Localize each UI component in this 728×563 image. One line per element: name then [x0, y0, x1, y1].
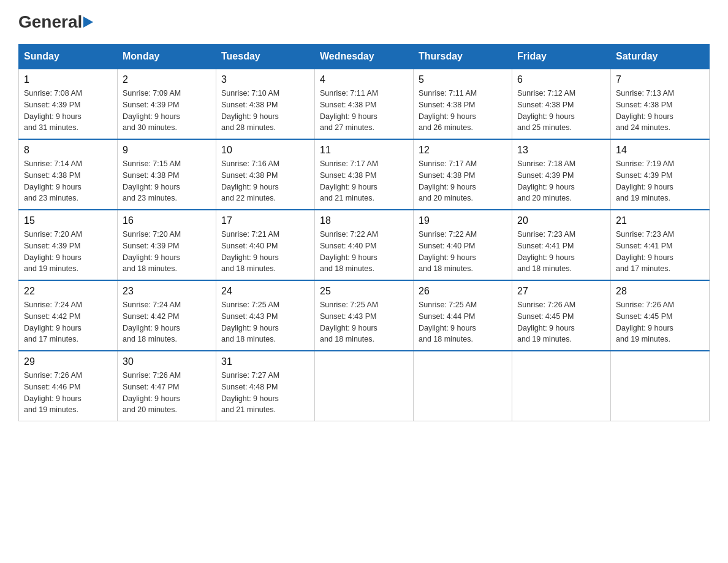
day-info: Sunrise: 7:13 AMSunset: 4:38 PMDaylight:… — [616, 88, 704, 134]
week-row-4: 22 Sunrise: 7:24 AMSunset: 4:42 PMDaylig… — [19, 280, 710, 351]
day-info: Sunrise: 7:18 AMSunset: 4:39 PMDaylight:… — [517, 158, 605, 204]
calendar-cell: 31 Sunrise: 7:27 AMSunset: 4:48 PMDaylig… — [216, 351, 315, 421]
day-number: 21 — [616, 215, 704, 226]
calendar-cell — [611, 351, 710, 421]
calendar-cell: 14 Sunrise: 7:19 AMSunset: 4:39 PMDaylig… — [611, 139, 710, 210]
day-info: Sunrise: 7:14 AMSunset: 4:38 PMDaylight:… — [24, 158, 112, 204]
day-info: Sunrise: 7:21 AMSunset: 4:40 PMDaylight:… — [221, 229, 309, 275]
day-number: 3 — [221, 74, 309, 85]
day-info: Sunrise: 7:26 AMSunset: 4:46 PMDaylight:… — [24, 370, 112, 416]
weekday-header-monday: Monday — [118, 45, 216, 69]
day-number: 30 — [123, 356, 211, 367]
day-info: Sunrise: 7:15 AMSunset: 4:38 PMDaylight:… — [123, 158, 211, 204]
day-info: Sunrise: 7:17 AMSunset: 4:38 PMDaylight:… — [320, 158, 408, 204]
day-info: Sunrise: 7:22 AMSunset: 4:40 PMDaylight:… — [419, 229, 507, 275]
day-info: Sunrise: 7:09 AMSunset: 4:39 PMDaylight:… — [123, 88, 211, 134]
calendar-cell: 19 Sunrise: 7:22 AMSunset: 4:40 PMDaylig… — [414, 210, 512, 280]
day-info: Sunrise: 7:11 AMSunset: 4:38 PMDaylight:… — [320, 88, 408, 134]
day-number: 10 — [221, 145, 309, 156]
day-info: Sunrise: 7:12 AMSunset: 4:38 PMDaylight:… — [517, 88, 605, 134]
day-info: Sunrise: 7:19 AMSunset: 4:39 PMDaylight:… — [616, 158, 704, 204]
day-number: 14 — [616, 145, 704, 156]
calendar-cell: 23 Sunrise: 7:24 AMSunset: 4:42 PMDaylig… — [118, 280, 216, 351]
calendar-cell: 10 Sunrise: 7:16 AMSunset: 4:38 PMDaylig… — [216, 139, 315, 210]
day-number: 27 — [517, 286, 605, 297]
weekday-header-wednesday: Wednesday — [315, 45, 414, 69]
day-number: 23 — [123, 286, 211, 297]
day-number: 17 — [221, 215, 309, 226]
weekday-header-tuesday: Tuesday — [216, 45, 315, 69]
calendar-cell: 18 Sunrise: 7:22 AMSunset: 4:40 PMDaylig… — [315, 210, 414, 280]
day-info: Sunrise: 7:25 AMSunset: 4:43 PMDaylight:… — [320, 299, 408, 345]
calendar-cell: 4 Sunrise: 7:11 AMSunset: 4:38 PMDayligh… — [315, 69, 414, 139]
calendar-cell: 21 Sunrise: 7:23 AMSunset: 4:41 PMDaylig… — [611, 210, 710, 280]
calendar-cell: 27 Sunrise: 7:26 AMSunset: 4:45 PMDaylig… — [512, 280, 611, 351]
week-row-3: 15 Sunrise: 7:20 AMSunset: 4:39 PMDaylig… — [19, 210, 710, 280]
day-number: 29 — [24, 356, 112, 367]
weekday-header-saturday: Saturday — [611, 45, 710, 69]
calendar-cell: 28 Sunrise: 7:26 AMSunset: 4:45 PMDaylig… — [611, 280, 710, 351]
calendar-cell — [315, 351, 414, 421]
weekday-header-sunday: Sunday — [19, 45, 118, 69]
day-number: 22 — [24, 286, 112, 297]
calendar-cell: 17 Sunrise: 7:21 AMSunset: 4:40 PMDaylig… — [216, 210, 315, 280]
day-info: Sunrise: 7:24 AMSunset: 4:42 PMDaylight:… — [24, 299, 112, 345]
day-info: Sunrise: 7:10 AMSunset: 4:38 PMDaylight:… — [221, 88, 309, 134]
calendar-cell: 16 Sunrise: 7:20 AMSunset: 4:39 PMDaylig… — [118, 210, 216, 280]
day-number: 25 — [320, 286, 408, 297]
day-number: 20 — [517, 215, 605, 226]
calendar-cell: 5 Sunrise: 7:11 AMSunset: 4:38 PMDayligh… — [414, 69, 512, 139]
calendar-cell: 1 Sunrise: 7:08 AMSunset: 4:39 PMDayligh… — [19, 69, 118, 139]
calendar-cell: 15 Sunrise: 7:20 AMSunset: 4:39 PMDaylig… — [19, 210, 118, 280]
day-number: 24 — [221, 286, 309, 297]
week-row-1: 1 Sunrise: 7:08 AMSunset: 4:39 PMDayligh… — [19, 69, 710, 139]
weekday-header-thursday: Thursday — [414, 45, 512, 69]
day-number: 12 — [419, 145, 507, 156]
weekday-header-row: SundayMondayTuesdayWednesdayThursdayFrid… — [19, 45, 710, 69]
day-info: Sunrise: 7:20 AMSunset: 4:39 PMDaylight:… — [123, 229, 211, 275]
calendar-cell: 20 Sunrise: 7:23 AMSunset: 4:41 PMDaylig… — [512, 210, 611, 280]
day-info: Sunrise: 7:24 AMSunset: 4:42 PMDaylight:… — [123, 299, 211, 345]
day-number: 26 — [419, 286, 507, 297]
week-row-2: 8 Sunrise: 7:14 AMSunset: 4:38 PMDayligh… — [19, 139, 710, 210]
day-info: Sunrise: 7:25 AMSunset: 4:43 PMDaylight:… — [221, 299, 309, 345]
day-info: Sunrise: 7:26 AMSunset: 4:45 PMDaylight:… — [517, 299, 605, 345]
day-number: 31 — [221, 356, 309, 367]
day-info: Sunrise: 7:20 AMSunset: 4:39 PMDaylight:… — [24, 229, 112, 275]
calendar-cell: 8 Sunrise: 7:14 AMSunset: 4:38 PMDayligh… — [19, 139, 118, 210]
day-number: 15 — [24, 215, 112, 226]
day-number: 4 — [320, 74, 408, 85]
calendar-cell: 29 Sunrise: 7:26 AMSunset: 4:46 PMDaylig… — [19, 351, 118, 421]
calendar-cell: 6 Sunrise: 7:12 AMSunset: 4:38 PMDayligh… — [512, 69, 611, 139]
day-info: Sunrise: 7:25 AMSunset: 4:44 PMDaylight:… — [419, 299, 507, 345]
day-info: Sunrise: 7:26 AMSunset: 4:47 PMDaylight:… — [123, 370, 211, 416]
day-info: Sunrise: 7:08 AMSunset: 4:39 PMDaylight:… — [24, 88, 112, 134]
calendar-cell — [512, 351, 611, 421]
calendar-table: SundayMondayTuesdayWednesdayThursdayFrid… — [18, 44, 710, 421]
calendar-cell: 25 Sunrise: 7:25 AMSunset: 4:43 PMDaylig… — [315, 280, 414, 351]
day-number: 6 — [517, 74, 605, 85]
day-number: 8 — [24, 145, 112, 156]
day-number: 11 — [320, 145, 408, 156]
day-info: Sunrise: 7:11 AMSunset: 4:38 PMDaylight:… — [419, 88, 507, 134]
calendar-cell: 13 Sunrise: 7:18 AMSunset: 4:39 PMDaylig… — [512, 139, 611, 210]
calendar-cell: 24 Sunrise: 7:25 AMSunset: 4:43 PMDaylig… — [216, 280, 315, 351]
calendar-cell: 3 Sunrise: 7:10 AMSunset: 4:38 PMDayligh… — [216, 69, 315, 139]
calendar-cell: 9 Sunrise: 7:15 AMSunset: 4:38 PMDayligh… — [118, 139, 216, 210]
day-info: Sunrise: 7:23 AMSunset: 4:41 PMDaylight:… — [517, 229, 605, 275]
day-number: 18 — [320, 215, 408, 226]
logo-arrow-icon — [83, 15, 96, 29]
day-number: 28 — [616, 286, 704, 297]
calendar-cell — [414, 351, 512, 421]
day-number: 13 — [517, 145, 605, 156]
day-info: Sunrise: 7:26 AMSunset: 4:45 PMDaylight:… — [616, 299, 704, 345]
day-number: 1 — [24, 74, 112, 85]
day-number: 5 — [419, 74, 507, 85]
day-number: 7 — [616, 74, 704, 85]
logo: General — [18, 12, 96, 32]
day-info: Sunrise: 7:22 AMSunset: 4:40 PMDaylight:… — [320, 229, 408, 275]
calendar-cell: 30 Sunrise: 7:26 AMSunset: 4:47 PMDaylig… — [118, 351, 216, 421]
day-info: Sunrise: 7:16 AMSunset: 4:38 PMDaylight:… — [221, 158, 309, 204]
day-number: 2 — [123, 74, 211, 85]
calendar-cell: 11 Sunrise: 7:17 AMSunset: 4:38 PMDaylig… — [315, 139, 414, 210]
